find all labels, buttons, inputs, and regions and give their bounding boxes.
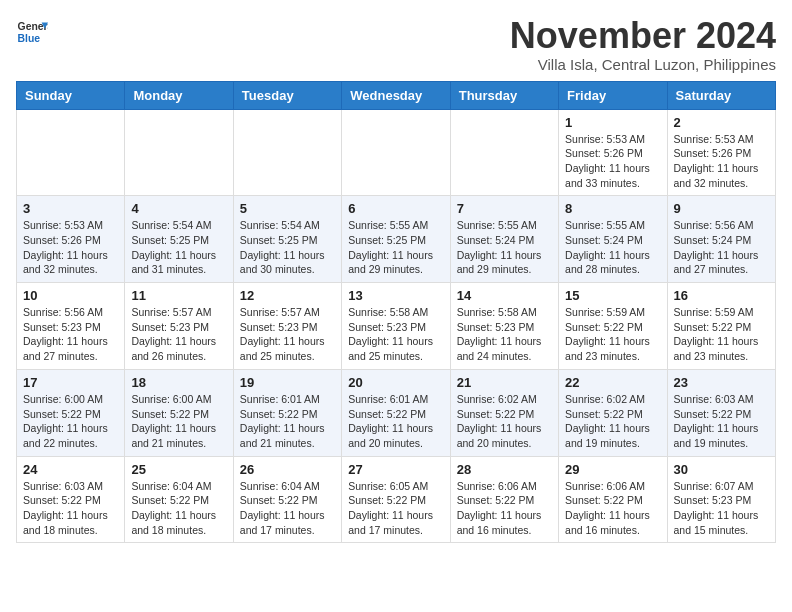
weekday-header-thursday: Thursday: [450, 81, 558, 109]
day-info: Sunrise: 5:59 AM Sunset: 5:22 PM Dayligh…: [565, 305, 660, 364]
day-number: 1: [565, 115, 660, 130]
day-info: Sunrise: 6:04 AM Sunset: 5:22 PM Dayligh…: [131, 479, 226, 538]
calendar-cell: 28Sunrise: 6:06 AM Sunset: 5:22 PM Dayli…: [450, 456, 558, 543]
weekday-header-tuesday: Tuesday: [233, 81, 341, 109]
day-info: Sunrise: 6:00 AM Sunset: 5:22 PM Dayligh…: [131, 392, 226, 451]
day-info: Sunrise: 5:57 AM Sunset: 5:23 PM Dayligh…: [240, 305, 335, 364]
day-number: 9: [674, 201, 769, 216]
day-info: Sunrise: 6:02 AM Sunset: 5:22 PM Dayligh…: [457, 392, 552, 451]
calendar-cell: 5Sunrise: 5:54 AM Sunset: 5:25 PM Daylig…: [233, 196, 341, 283]
day-number: 3: [23, 201, 118, 216]
calendar-cell: 19Sunrise: 6:01 AM Sunset: 5:22 PM Dayli…: [233, 369, 341, 456]
day-number: 10: [23, 288, 118, 303]
day-number: 28: [457, 462, 552, 477]
calendar-cell: 13Sunrise: 5:58 AM Sunset: 5:23 PM Dayli…: [342, 283, 450, 370]
calendar-cell: 6Sunrise: 5:55 AM Sunset: 5:25 PM Daylig…: [342, 196, 450, 283]
day-number: 16: [674, 288, 769, 303]
day-number: 29: [565, 462, 660, 477]
day-number: 20: [348, 375, 443, 390]
calendar-header: SundayMondayTuesdayWednesdayThursdayFrid…: [17, 81, 776, 109]
day-number: 15: [565, 288, 660, 303]
logo-icon: General Blue: [16, 16, 48, 48]
calendar-week-3: 10Sunrise: 5:56 AM Sunset: 5:23 PM Dayli…: [17, 283, 776, 370]
weekday-header-sunday: Sunday: [17, 81, 125, 109]
calendar-cell: [342, 109, 450, 196]
day-info: Sunrise: 5:57 AM Sunset: 5:23 PM Dayligh…: [131, 305, 226, 364]
day-info: Sunrise: 6:04 AM Sunset: 5:22 PM Dayligh…: [240, 479, 335, 538]
calendar-cell: 27Sunrise: 6:05 AM Sunset: 5:22 PM Dayli…: [342, 456, 450, 543]
day-number: 25: [131, 462, 226, 477]
weekday-header-wednesday: Wednesday: [342, 81, 450, 109]
svg-text:Blue: Blue: [18, 33, 41, 44]
day-number: 5: [240, 201, 335, 216]
day-info: Sunrise: 5:56 AM Sunset: 5:24 PM Dayligh…: [674, 218, 769, 277]
calendar-cell: 23Sunrise: 6:03 AM Sunset: 5:22 PM Dayli…: [667, 369, 775, 456]
calendar-cell: 12Sunrise: 5:57 AM Sunset: 5:23 PM Dayli…: [233, 283, 341, 370]
day-info: Sunrise: 6:06 AM Sunset: 5:22 PM Dayligh…: [457, 479, 552, 538]
calendar-cell: 30Sunrise: 6:07 AM Sunset: 5:23 PM Dayli…: [667, 456, 775, 543]
calendar-week-5: 24Sunrise: 6:03 AM Sunset: 5:22 PM Dayli…: [17, 456, 776, 543]
day-number: 19: [240, 375, 335, 390]
calendar-cell: 9Sunrise: 5:56 AM Sunset: 5:24 PM Daylig…: [667, 196, 775, 283]
calendar-cell: [233, 109, 341, 196]
day-info: Sunrise: 5:58 AM Sunset: 5:23 PM Dayligh…: [348, 305, 443, 364]
calendar-cell: 25Sunrise: 6:04 AM Sunset: 5:22 PM Dayli…: [125, 456, 233, 543]
day-number: 30: [674, 462, 769, 477]
calendar-week-4: 17Sunrise: 6:00 AM Sunset: 5:22 PM Dayli…: [17, 369, 776, 456]
weekday-header-row: SundayMondayTuesdayWednesdayThursdayFrid…: [17, 81, 776, 109]
day-number: 27: [348, 462, 443, 477]
day-info: Sunrise: 6:01 AM Sunset: 5:22 PM Dayligh…: [240, 392, 335, 451]
day-info: Sunrise: 5:53 AM Sunset: 5:26 PM Dayligh…: [565, 132, 660, 191]
day-info: Sunrise: 6:07 AM Sunset: 5:23 PM Dayligh…: [674, 479, 769, 538]
day-info: Sunrise: 6:03 AM Sunset: 5:22 PM Dayligh…: [23, 479, 118, 538]
calendar-table: SundayMondayTuesdayWednesdayThursdayFrid…: [16, 81, 776, 544]
calendar-cell: 22Sunrise: 6:02 AM Sunset: 5:22 PM Dayli…: [559, 369, 667, 456]
day-number: 8: [565, 201, 660, 216]
day-info: Sunrise: 6:00 AM Sunset: 5:22 PM Dayligh…: [23, 392, 118, 451]
title-section: November 2024 Villa Isla, Central Luzon,…: [510, 16, 776, 73]
day-number: 18: [131, 375, 226, 390]
calendar-cell: 29Sunrise: 6:06 AM Sunset: 5:22 PM Dayli…: [559, 456, 667, 543]
day-info: Sunrise: 5:56 AM Sunset: 5:23 PM Dayligh…: [23, 305, 118, 364]
day-info: Sunrise: 6:01 AM Sunset: 5:22 PM Dayligh…: [348, 392, 443, 451]
calendar-cell: 15Sunrise: 5:59 AM Sunset: 5:22 PM Dayli…: [559, 283, 667, 370]
calendar-cell: 16Sunrise: 5:59 AM Sunset: 5:22 PM Dayli…: [667, 283, 775, 370]
day-info: Sunrise: 6:06 AM Sunset: 5:22 PM Dayligh…: [565, 479, 660, 538]
day-info: Sunrise: 5:54 AM Sunset: 5:25 PM Dayligh…: [240, 218, 335, 277]
calendar-cell: 3Sunrise: 5:53 AM Sunset: 5:26 PM Daylig…: [17, 196, 125, 283]
calendar-cell: 11Sunrise: 5:57 AM Sunset: 5:23 PM Dayli…: [125, 283, 233, 370]
day-info: Sunrise: 5:53 AM Sunset: 5:26 PM Dayligh…: [23, 218, 118, 277]
day-info: Sunrise: 5:55 AM Sunset: 5:24 PM Dayligh…: [457, 218, 552, 277]
month-title: November 2024: [510, 16, 776, 56]
day-info: Sunrise: 6:02 AM Sunset: 5:22 PM Dayligh…: [565, 392, 660, 451]
weekday-header-saturday: Saturday: [667, 81, 775, 109]
calendar-cell: 18Sunrise: 6:00 AM Sunset: 5:22 PM Dayli…: [125, 369, 233, 456]
calendar-cell: 2Sunrise: 5:53 AM Sunset: 5:26 PM Daylig…: [667, 109, 775, 196]
day-number: 7: [457, 201, 552, 216]
calendar-cell: 20Sunrise: 6:01 AM Sunset: 5:22 PM Dayli…: [342, 369, 450, 456]
calendar-cell: [17, 109, 125, 196]
day-number: 24: [23, 462, 118, 477]
day-info: Sunrise: 5:55 AM Sunset: 5:25 PM Dayligh…: [348, 218, 443, 277]
calendar-cell: [450, 109, 558, 196]
day-number: 13: [348, 288, 443, 303]
location: Villa Isla, Central Luzon, Philippines: [510, 56, 776, 73]
calendar-cell: 24Sunrise: 6:03 AM Sunset: 5:22 PM Dayli…: [17, 456, 125, 543]
day-number: 17: [23, 375, 118, 390]
day-number: 12: [240, 288, 335, 303]
day-info: Sunrise: 6:03 AM Sunset: 5:22 PM Dayligh…: [674, 392, 769, 451]
page-header: General Blue November 2024 Villa Isla, C…: [16, 16, 776, 73]
day-info: Sunrise: 5:55 AM Sunset: 5:24 PM Dayligh…: [565, 218, 660, 277]
day-info: Sunrise: 5:54 AM Sunset: 5:25 PM Dayligh…: [131, 218, 226, 277]
day-info: Sunrise: 6:05 AM Sunset: 5:22 PM Dayligh…: [348, 479, 443, 538]
calendar-cell: [125, 109, 233, 196]
calendar-cell: 7Sunrise: 5:55 AM Sunset: 5:24 PM Daylig…: [450, 196, 558, 283]
calendar-week-2: 3Sunrise: 5:53 AM Sunset: 5:26 PM Daylig…: [17, 196, 776, 283]
day-info: Sunrise: 5:58 AM Sunset: 5:23 PM Dayligh…: [457, 305, 552, 364]
calendar-cell: 4Sunrise: 5:54 AM Sunset: 5:25 PM Daylig…: [125, 196, 233, 283]
calendar-cell: 21Sunrise: 6:02 AM Sunset: 5:22 PM Dayli…: [450, 369, 558, 456]
day-number: 2: [674, 115, 769, 130]
day-number: 4: [131, 201, 226, 216]
logo: General Blue: [16, 16, 48, 48]
day-info: Sunrise: 5:53 AM Sunset: 5:26 PM Dayligh…: [674, 132, 769, 191]
